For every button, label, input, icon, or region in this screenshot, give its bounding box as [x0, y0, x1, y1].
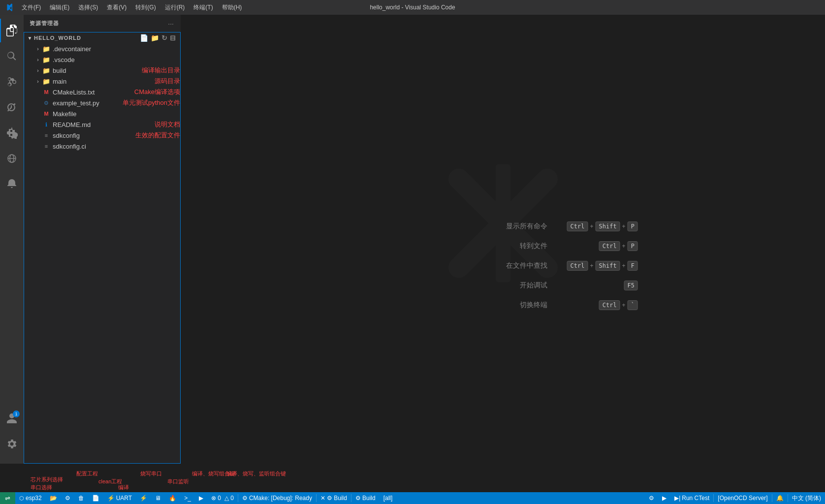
menu-select[interactable]: 选择(S) [74, 2, 102, 13]
new-file-icon[interactable]: 📄 [140, 34, 149, 42]
menu-help[interactable]: 帮助(H) [218, 2, 246, 13]
fire-icon: 🔥 [169, 495, 176, 502]
settings-status-icon: ⚙ [65, 495, 70, 502]
newfile-status-icon: 📄 [92, 495, 99, 502]
status-flash-btn[interactable]: ⚡ [136, 492, 151, 504]
status-errors[interactable]: ⊗ 0 △ 0 [207, 492, 238, 504]
extensions-icon [6, 127, 18, 139]
tree-item-example-test[interactable]: › ⚙ example_test.py 单元测试python文件 [24, 97, 180, 108]
status-right-settings[interactable]: ⚙ [645, 492, 658, 504]
refresh-icon[interactable]: ↻ [161, 34, 168, 42]
files-icon [6, 25, 18, 36]
menu-bar[interactable]: 文件(F) 编辑(E) 选择(S) 查看(V) 转到(G) 运行(R) 终端(T… [18, 2, 246, 13]
status-trash[interactable]: 🗑 [74, 492, 88, 504]
status-run-ctest[interactable]: ▶| Run CTest [670, 492, 713, 504]
status-bell[interactable]: 🔔 [772, 492, 788, 504]
sidebar-header: 资源管理器 ··· [24, 15, 181, 32]
sdkconfig-icon: ≡ [42, 131, 51, 140]
kit-x-icon: ✕ [320, 495, 325, 502]
editor-area: 显示所有命令 Ctrl + Shift + P 转到文件 Ctrl + P 在文 [181, 15, 825, 464]
menu-file[interactable]: 文件(F) [18, 2, 45, 13]
kit-label: ⚙ Build [327, 495, 347, 502]
activity-search[interactable] [0, 44, 24, 68]
more-options-button[interactable]: ··· [167, 19, 175, 29]
ann-chip-select: 芯片系列选择 [31, 476, 63, 483]
activity-remote[interactable] [0, 147, 24, 170]
activity-explorer[interactable] [0, 19, 24, 42]
sdkconfig-annotation: 生效的配置文件 [135, 131, 180, 140]
shortcut-keys-debug: F5 [624, 281, 637, 290]
build-annotation: 编译输出目录 [142, 66, 180, 75]
new-folder-icon[interactable]: 📁 [151, 34, 159, 42]
plus4: + [590, 262, 593, 269]
tree-item-cmakelists[interactable]: › M CMakeLists.txt CMake编译选项 [24, 87, 180, 97]
tree-item-build[interactable]: › 📁 build 编译输出目录 [24, 65, 180, 76]
activity-account[interactable]: 1 [0, 407, 24, 430]
sdkconfig-label: sdkconfig [53, 132, 133, 139]
openocd-label: [OpenOCD Server] [718, 495, 767, 502]
tree-item-devcontainer[interactable]: › 📁 .devcontainer [24, 43, 180, 54]
collapse-all-icon[interactable]: ⊟ [170, 34, 176, 42]
kbd-ctrl2: Ctrl [599, 241, 620, 251]
uart-label: UART [116, 495, 132, 502]
activity-settings[interactable] [0, 432, 24, 456]
ann-compile-flash-debug: 编译、烧写、监听组合键 [226, 470, 286, 477]
activity-source-control[interactable] [0, 70, 24, 94]
shortcut-row-debug: 开始调试 F5 [488, 281, 638, 290]
activity-notification[interactable] [0, 172, 24, 196]
plus6: + [622, 302, 626, 309]
tree-root-folder[interactable]: ▼ HELLO_WORLD 📄 📁 ↻ ⊟ [24, 32, 180, 43]
shortcut-keys-terminal: Ctrl + ` [599, 300, 638, 310]
uart-icon: ⚡ [107, 495, 115, 502]
activity-bar-bottom: 1 [0, 407, 24, 460]
tree-item-readme[interactable]: › ℹ README.md 说明文档 [24, 119, 180, 130]
status-uart[interactable]: ⚡ UART [103, 492, 136, 504]
shortcut-row-find: 在文件中查找 Ctrl + Shift + F [488, 261, 638, 271]
menu-terminal[interactable]: 终端(T) [190, 2, 217, 13]
play-icon: ▶ [662, 495, 666, 502]
tree-item-sdkconfig-ci[interactable]: › ≡ sdkconfig.ci [24, 141, 180, 152]
menu-run[interactable]: 运行(R) [161, 2, 189, 13]
activity-extensions[interactable] [0, 121, 24, 145]
status-terminal[interactable]: >_ [180, 492, 195, 504]
shortcut-row-file: 转到文件 Ctrl + P [488, 241, 638, 251]
status-esp32[interactable]: ⬡ esp32 [15, 492, 46, 504]
status-cmake[interactable]: ⚙ CMake: [Debug]: Ready [238, 492, 316, 504]
file-tree[interactable]: ▼ HELLO_WORLD 📄 📁 ↻ ⊟ › 📁 .devcontainer … [24, 32, 181, 464]
cmakelists-annotation: CMake编译选项 [134, 88, 180, 96]
tree-item-main[interactable]: › 📁 main 源码目录 [24, 76, 180, 87]
status-folder[interactable]: 📂 [46, 492, 61, 504]
status-build[interactable]: ⚙ Build [351, 492, 380, 504]
run-arrow-icon: ▶ [199, 495, 203, 502]
status-kit[interactable]: ✕ ⚙ Build [317, 492, 351, 504]
menu-goto[interactable]: 转到(G) [131, 2, 159, 13]
tree-item-vscode[interactable]: › 📁 .vscode [24, 54, 180, 65]
vscode-label: .vscode [53, 56, 180, 63]
status-openocd[interactable]: [OpenOCD Server] [714, 492, 771, 504]
shortcut-label-commands: 显示所有命令 [488, 222, 547, 231]
build-gear-icon: ⚙ [355, 495, 361, 502]
cmake-icon: ⚙ [242, 495, 248, 502]
menu-view[interactable]: 查看(V) [103, 2, 130, 13]
cmake-file-icon: M [42, 88, 51, 96]
status-new-file[interactable]: 📄 [88, 492, 103, 504]
status-fire[interactable]: 🔥 [165, 492, 180, 504]
tree-item-makefile[interactable]: › M Makefile [24, 108, 180, 119]
ctest-label: Run CTest [682, 495, 709, 502]
status-language[interactable]: 中文 (简体) [788, 492, 825, 504]
cmakelists-label: CMakeLists.txt [53, 89, 132, 96]
status-run-arrow[interactable]: ▶ [195, 492, 207, 504]
status-remote[interactable]: ⇌ [0, 492, 15, 504]
shortcut-row-terminal: 切换终端 Ctrl + ` [488, 300, 638, 310]
status-right-play[interactable]: ▶ [658, 492, 670, 504]
status-monitor[interactable]: 🖥 [151, 492, 165, 504]
status-all[interactable]: [all] [380, 492, 397, 504]
status-settings-cog[interactable]: ⚙ [61, 492, 74, 504]
kbd-ctrl3: Ctrl [567, 261, 588, 271]
main-arrow: › [34, 77, 42, 85]
activity-run-debug[interactable] [0, 95, 24, 119]
menu-edit[interactable]: 编辑(E) [46, 2, 73, 13]
tree-item-sdkconfig[interactable]: › ≡ sdkconfig 生效的配置文件 [24, 130, 180, 141]
plus3: + [622, 243, 626, 250]
chip-icon: ⬡ [19, 495, 24, 502]
